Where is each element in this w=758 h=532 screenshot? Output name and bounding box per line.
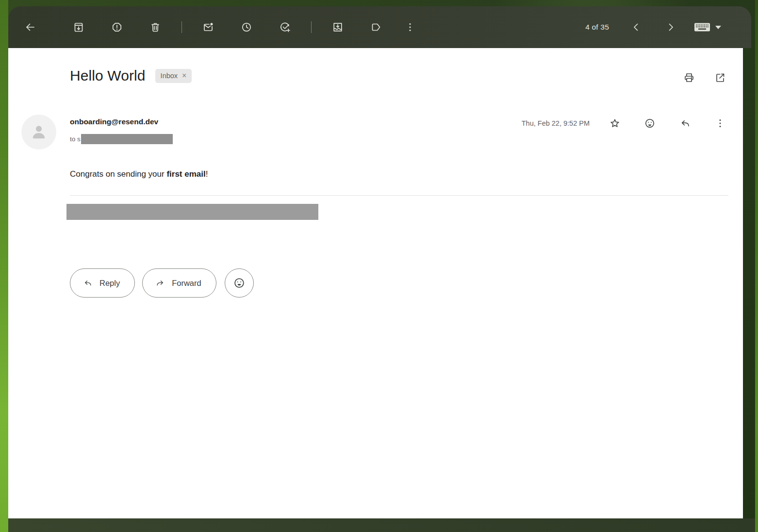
caret-down-icon bbox=[715, 25, 722, 30]
body-text: Congrats on sending your bbox=[70, 169, 166, 179]
chevron-right-icon bbox=[665, 21, 676, 33]
move-to-icon bbox=[332, 21, 344, 33]
wallpaper-right-highlight bbox=[755, 0, 758, 532]
delete-icon bbox=[149, 21, 161, 33]
forward-button[interactable]: Forward bbox=[142, 268, 216, 298]
body-suffix: ! bbox=[206, 169, 208, 179]
archive-button[interactable] bbox=[67, 16, 90, 39]
star-button[interactable] bbox=[603, 112, 626, 135]
message-body: Congrats on sending your first email! bbox=[70, 169, 208, 179]
star-icon bbox=[609, 117, 621, 129]
report-spam-icon bbox=[111, 21, 123, 33]
separator-line bbox=[70, 195, 728, 196]
archive-icon bbox=[73, 21, 84, 33]
open-in-new-button[interactable] bbox=[709, 66, 732, 89]
toolbar-right-group: 4 of 35 bbox=[585, 6, 751, 48]
sender-address[interactable]: onboarding@resend.dev bbox=[70, 117, 158, 126]
message-more-button[interactable] bbox=[709, 112, 732, 135]
print-button[interactable] bbox=[677, 66, 701, 89]
redacted-signature bbox=[66, 204, 318, 220]
subject-row: Hello World Inbox × bbox=[70, 67, 192, 84]
recipient-prefix: to s bbox=[70, 135, 81, 143]
next-email-button[interactable] bbox=[659, 16, 682, 39]
back-arrow-icon bbox=[24, 21, 36, 33]
email-subject: Hello World bbox=[70, 67, 146, 84]
smiley-icon bbox=[233, 277, 246, 289]
add-to-tasks-icon bbox=[279, 21, 291, 33]
labels-button[interactable] bbox=[364, 16, 388, 39]
more-vertical-icon bbox=[404, 21, 416, 33]
back-button[interactable] bbox=[18, 16, 42, 39]
message-panel: Hello World Inbox × onboarding@r bbox=[8, 48, 743, 518]
emoji-reaction-button[interactable] bbox=[638, 112, 661, 135]
toolbar-divider bbox=[181, 21, 182, 33]
print-icon bbox=[683, 72, 695, 83]
more-vertical-icon bbox=[714, 117, 726, 129]
message-tools bbox=[677, 66, 732, 89]
message-date: Thu, Feb 22, 9:52 PM bbox=[522, 119, 590, 127]
mark-unread-icon bbox=[202, 21, 214, 33]
mail-toolbar: 4 of 35 bbox=[8, 6, 751, 48]
person-icon bbox=[28, 121, 49, 143]
smiley-icon bbox=[644, 117, 656, 129]
reply-button-header[interactable] bbox=[674, 112, 697, 135]
forward-arrow-icon bbox=[155, 278, 165, 288]
quick-actions: Reply Forward bbox=[70, 268, 254, 298]
inbox-label-text: Inbox bbox=[161, 72, 178, 80]
redacted-recipient bbox=[81, 134, 173, 144]
open-in-new-icon bbox=[714, 72, 726, 83]
input-tools-button[interactable] bbox=[690, 16, 725, 39]
report-spam-button[interactable] bbox=[105, 16, 129, 39]
add-to-tasks-button[interactable] bbox=[273, 16, 297, 39]
body-bold-text: first email bbox=[166, 169, 205, 179]
recipient-row[interactable]: to s bbox=[70, 134, 173, 144]
forward-label: Forward bbox=[172, 279, 201, 288]
more-options-button[interactable] bbox=[398, 16, 422, 39]
chevron-left-icon bbox=[630, 21, 642, 33]
previous-email-button[interactable] bbox=[625, 16, 648, 39]
pagination-counter: 4 of 35 bbox=[585, 23, 609, 32]
keyboard-icon bbox=[694, 21, 710, 33]
remove-label-icon[interactable]: × bbox=[182, 72, 186, 80]
snooze-button[interactable] bbox=[235, 16, 258, 39]
sender-avatar[interactable] bbox=[21, 115, 56, 150]
snooze-icon bbox=[241, 21, 252, 33]
toolbar-divider bbox=[311, 21, 312, 33]
move-to-button[interactable] bbox=[326, 16, 349, 39]
labels-icon bbox=[370, 21, 382, 33]
delete-button[interactable] bbox=[144, 16, 167, 39]
mark-unread-button[interactable] bbox=[197, 16, 220, 39]
message-meta-row: Thu, Feb 22, 9:52 PM bbox=[522, 112, 732, 135]
wallpaper-left-highlight bbox=[0, 0, 8, 532]
inbox-label-chip[interactable]: Inbox × bbox=[155, 69, 192, 83]
reply-arrow-icon bbox=[83, 278, 93, 288]
reply-arrow-icon bbox=[679, 117, 691, 129]
add-reaction-button[interactable] bbox=[225, 268, 254, 298]
reply-label: Reply bbox=[99, 279, 120, 288]
reply-button[interactable]: Reply bbox=[70, 268, 135, 298]
wallpaper-bottom-band bbox=[8, 518, 755, 532]
